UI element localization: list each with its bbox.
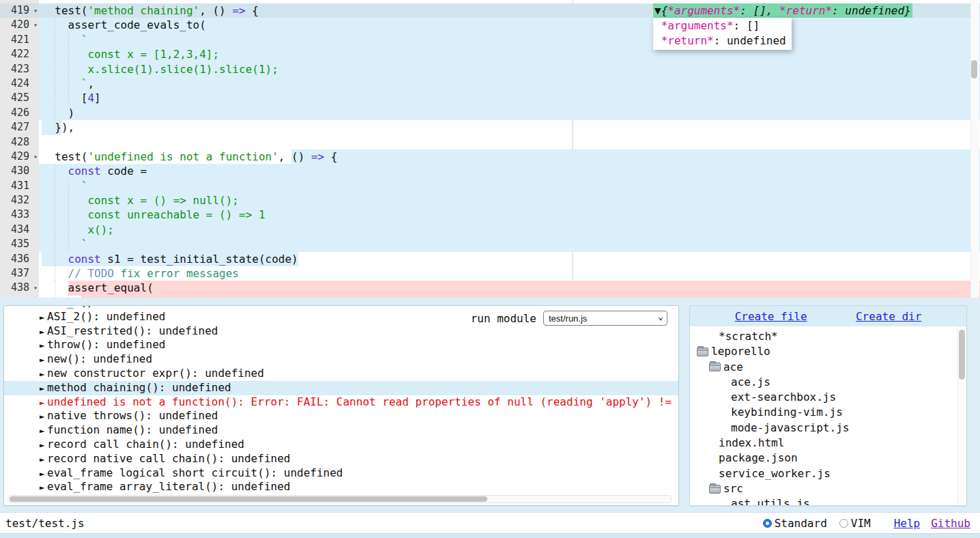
code-line[interactable]: 423 x.slice(1).slice(1).slice(1); (0, 62, 980, 76)
results-horizontal-scrollbar[interactable] (8, 495, 672, 503)
fold-arrow-icon[interactable]: ▾ (33, 18, 38, 32)
test-result-item[interactable]: ►function name(): undefined (4, 423, 678, 438)
code-line[interactable]: 431 ` (0, 179, 980, 193)
line-number[interactable]: 428 (0, 135, 39, 150)
file-tree-item[interactable]: ace (690, 360, 966, 375)
tooltip-summary[interactable]: ▼{*arguments*: [], *return*: undefined} (653, 3, 912, 18)
code-line[interactable]: 427 }), (0, 120, 980, 134)
tooltip-entry[interactable]: *arguments*: [] (654, 18, 786, 33)
line-content[interactable]: const s1 = test_initial_state(code) (39, 252, 980, 266)
test-result-item[interactable]: ►native throws(): undefined (4, 409, 678, 423)
file-tree-item[interactable]: package.json (690, 451, 966, 466)
line-number[interactable]: 423 (0, 62, 39, 76)
expand-arrow-icon[interactable]: ► (40, 311, 47, 325)
help-link[interactable]: Help (894, 517, 921, 530)
line-number[interactable]: 437 (0, 266, 39, 281)
line-content[interactable]: [4] (39, 91, 980, 105)
line-number[interactable]: 427 (0, 120, 39, 134)
expand-arrow-icon[interactable]: ► (40, 367, 47, 382)
create-dir-link[interactable]: Create dir (856, 310, 921, 323)
line-number[interactable]: 422 (0, 47, 39, 61)
fold-arrow-icon[interactable]: ▾ (33, 150, 38, 164)
test-result-item[interactable]: ►throw(): undefined (4, 338, 678, 352)
expand-arrow-icon[interactable]: ► (40, 353, 47, 367)
line-content[interactable]: ) (39, 106, 980, 120)
line-content[interactable]: const x = () => null(); (39, 193, 980, 208)
line-number[interactable]: 421 (0, 33, 39, 47)
file-tree-item[interactable]: index.html (690, 436, 966, 451)
line-content[interactable]: // TODO fix error messages (39, 266, 980, 281)
test-result-item[interactable]: ►ASI_restrited(): undefined (4, 324, 678, 339)
line-content[interactable]: ` (39, 179, 980, 193)
expand-arrow-icon[interactable]: ► (40, 453, 47, 467)
file-tree-scrollbar-thumb[interactable] (959, 330, 965, 380)
github-link[interactable]: Github (931, 517, 970, 530)
expand-arrow-icon[interactable]: ► (40, 410, 47, 424)
expand-arrow-icon[interactable]: ► (40, 424, 47, 438)
file-tree-item[interactable]: ast_utils.js (690, 496, 966, 505)
test-result-item[interactable]: ►record native call chain(): undefined (4, 452, 678, 466)
test-result-item[interactable]: ►record call chain(): undefined (4, 438, 678, 452)
expand-arrow-icon[interactable]: ► (40, 467, 47, 481)
code-line[interactable]: 425 [4] (0, 91, 980, 105)
code-line[interactable]: 435 ` (0, 237, 980, 251)
expand-arrow-icon[interactable]: ► (40, 438, 47, 453)
create-file-link[interactable]: Create file (735, 310, 807, 323)
line-number[interactable]: 429▾ (0, 150, 39, 164)
keybinding-radio-standard[interactable] (763, 519, 772, 528)
test-result-item[interactable]: ►method chaining(): undefined (4, 381, 678, 395)
line-content[interactable]: }), (39, 120, 980, 134)
line-content[interactable]: x.slice(1).slice(1).slice(1); (39, 62, 980, 76)
line-number[interactable]: 433 (0, 208, 39, 222)
code-line[interactable]: 437 // TODO fix error messages (0, 266, 980, 281)
line-number[interactable]: 432 (0, 193, 39, 208)
file-tree-item[interactable]: service_worker.js (690, 466, 966, 481)
results-horizontal-scrollbar-thumb[interactable] (10, 496, 487, 502)
file-tree-item[interactable]: mode-javascript.js (690, 421, 966, 436)
line-content[interactable] (39, 135, 980, 150)
test-result-item[interactable]: ►eval_frame logical short circuit(): und… (4, 466, 678, 481)
editor-vertical-scrollbar-thumb[interactable] (971, 60, 977, 79)
line-number[interactable]: 419▾ (0, 3, 39, 18)
fold-arrow-icon[interactable]: ▾ (33, 281, 38, 295)
file-tree-item[interactable]: *scratch* (690, 329, 966, 344)
expand-arrow-icon[interactable]: ► (40, 481, 47, 495)
expand-arrow-icon[interactable]: ► (40, 325, 47, 339)
file-tree-item[interactable]: leporello (690, 344, 966, 359)
test-result-item[interactable]: ►new(): undefined (4, 352, 678, 367)
line-number[interactable]: 434 (0, 223, 39, 237)
code-line[interactable]: 434 x(); (0, 223, 980, 237)
file-tree-item[interactable]: src (690, 481, 966, 496)
line-content[interactable]: const unreachable = () => 1 (39, 208, 980, 222)
line-number[interactable]: 424 (0, 76, 39, 91)
line-number[interactable]: 426 (0, 106, 39, 120)
file-tree-item[interactable]: keybinding-vim.js (690, 405, 966, 420)
test-result-item[interactable]: ►undefined is not a function(): Error: F… (4, 395, 678, 410)
file-tree-item[interactable]: ext-searchbox.js (690, 390, 966, 405)
line-content[interactable]: x(); (39, 223, 980, 237)
expand-arrow-icon[interactable]: ► (40, 339, 47, 353)
tooltip-entry[interactable]: *return*: undefined (654, 33, 786, 48)
line-content[interactable]: ` (39, 237, 980, 251)
code-line[interactable]: 429▾ test('undefined is not a function',… (0, 150, 980, 164)
run-module-select[interactable]: test/run.js (543, 311, 667, 326)
line-number[interactable]: 438▾ (0, 281, 39, 295)
code-line[interactable]: 426 ) (0, 106, 980, 120)
code-line[interactable]: 424 `, (0, 76, 980, 91)
code-line[interactable]: 433 const unreachable = () => 1 (0, 208, 980, 222)
expand-arrow-icon[interactable]: ► (40, 396, 47, 410)
line-number[interactable]: 431 (0, 179, 39, 193)
code-line[interactable]: 428 (0, 135, 980, 150)
line-content[interactable]: assert_equal( (39, 281, 980, 295)
code-line[interactable]: 432 const x = () => null(); (0, 193, 980, 208)
expand-arrow-icon[interactable]: ► (40, 382, 47, 396)
code-line[interactable]: 430 const code = (0, 164, 980, 178)
line-content[interactable]: test('undefined is not a function', () =… (39, 150, 980, 164)
editor-vertical-scrollbar[interactable] (970, 0, 979, 298)
line-number[interactable]: 430 (0, 164, 39, 178)
file-tree-scrollbar[interactable] (957, 326, 966, 505)
line-number[interactable]: 420▾ (0, 18, 39, 32)
code-line[interactable]: 438▾ assert_equal( (0, 281, 980, 295)
file-tree-item[interactable]: ace.js (690, 375, 966, 390)
line-number[interactable]: 435 (0, 237, 39, 251)
